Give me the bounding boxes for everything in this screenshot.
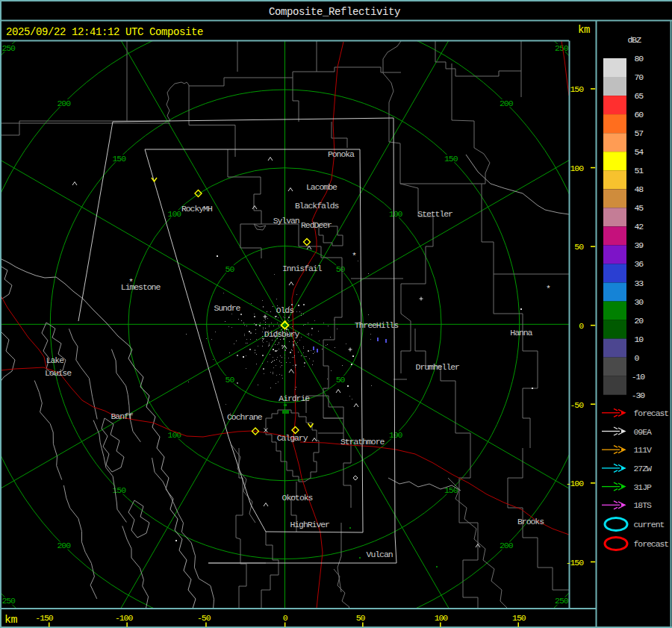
svg-text:51: 51	[635, 166, 644, 175]
svg-text:70: 70	[635, 72, 644, 82]
svg-text:Innisfail: Innisfail	[282, 264, 323, 273]
svg-text:HighRiver: HighRiver	[290, 520, 329, 529]
svg-text:48: 48	[635, 184, 644, 194]
svg-text:10: 10	[635, 335, 644, 344]
svg-text:54: 54	[635, 147, 644, 157]
svg-text:27ZW: 27ZW	[634, 464, 652, 473]
svg-text:250: 250	[555, 596, 569, 606]
svg-text:Drumheller: Drumheller	[416, 362, 459, 372]
svg-text:forecast: forecast	[634, 539, 669, 549]
svg-text:Blackfalds: Blackfalds	[295, 201, 338, 211]
svg-text:150: 150	[512, 613, 526, 623]
svg-text:Olds: Olds	[276, 305, 293, 315]
svg-text:50: 50	[356, 613, 366, 623]
svg-text:km: km	[4, 614, 18, 627]
svg-text:57: 57	[635, 128, 644, 138]
svg-text:ThreeHills: ThreeHills	[355, 320, 398, 330]
svg-text:Brooks: Brooks	[517, 517, 544, 526]
svg-text:100: 100	[570, 164, 585, 173]
svg-text:200: 200	[500, 541, 514, 550]
svg-text:Strathmore: Strathmore	[340, 437, 385, 447]
svg-text:200: 200	[500, 99, 514, 108]
svg-text:Composite_Reflectivity: Composite_Reflectivity	[269, 6, 400, 18]
svg-text:36: 36	[635, 259, 644, 269]
svg-text:250: 250	[1, 43, 16, 53]
svg-text:-30: -30	[632, 391, 646, 400]
svg-text:50: 50	[225, 264, 235, 274]
svg-text:39: 39	[635, 240, 644, 250]
svg-text:200: 200	[57, 99, 72, 108]
svg-text:50: 50	[336, 375, 346, 385]
svg-text:Vulcan: Vulcan	[367, 550, 393, 559]
svg-text:-100: -100	[566, 479, 584, 488]
svg-text:2025/09/22 12:41:12 UTC Compos: 2025/09/22 12:41:12 UTC Composite	[6, 26, 203, 38]
svg-text:RedDeer: RedDeer	[301, 220, 332, 230]
svg-text:42: 42	[635, 222, 644, 231]
svg-text:-100: -100	[115, 613, 133, 623]
svg-text:dBZ: dBZ	[628, 35, 642, 45]
svg-text:100: 100	[389, 209, 403, 219]
svg-text:*: *	[352, 251, 356, 261]
svg-text:-50: -50	[570, 400, 585, 410]
svg-text:30: 30	[635, 297, 644, 307]
svg-text:45: 45	[635, 203, 644, 213]
svg-text:*: *	[546, 284, 550, 293]
svg-text:33: 33	[635, 279, 644, 288]
svg-text:Cochrane: Cochrane	[227, 412, 263, 422]
svg-text:60: 60	[635, 110, 644, 119]
svg-text:Banff: Banff	[111, 411, 134, 421]
svg-text:31JP: 31JP	[634, 482, 652, 492]
svg-text:Lake: Lake	[46, 355, 64, 365]
svg-text:150: 150	[113, 154, 127, 164]
svg-text:Calgary: Calgary	[277, 433, 308, 443]
svg-text:50: 50	[225, 375, 235, 385]
svg-text:Airdrie: Airdrie	[279, 394, 310, 403]
svg-text:Sylvan: Sylvan	[273, 216, 299, 226]
svg-text:-150: -150	[35, 613, 53, 623]
svg-text:250: 250	[1, 596, 16, 606]
svg-text:150: 150	[570, 84, 585, 94]
svg-text:50: 50	[336, 264, 346, 274]
svg-text:18TS: 18TS	[634, 500, 652, 510]
svg-text:Louise: Louise	[45, 368, 72, 378]
svg-text:current: current	[634, 520, 665, 529]
svg-text:km: km	[578, 24, 590, 36]
svg-text:Limestone: Limestone	[121, 282, 161, 292]
svg-text:Ponoka: Ponoka	[328, 149, 355, 159]
svg-text:-10: -10	[632, 372, 646, 382]
svg-text:200: 200	[57, 541, 72, 550]
svg-text:80: 80	[635, 54, 644, 63]
svg-text:100: 100	[168, 209, 182, 219]
svg-text:111V: 111V	[634, 445, 652, 455]
svg-text:20: 20	[635, 316, 644, 326]
svg-text:100: 100	[389, 430, 403, 440]
svg-text:-150: -150	[566, 558, 584, 568]
svg-text:-50: -50	[197, 613, 211, 623]
svg-text:Lacombe: Lacombe	[306, 182, 337, 192]
svg-text:50: 50	[574, 242, 584, 252]
svg-text:Sundre: Sundre	[214, 303, 240, 313]
svg-text:100: 100	[435, 613, 449, 623]
svg-text:Stettler: Stettler	[417, 209, 452, 219]
svg-text:Okotoks: Okotoks	[282, 493, 313, 503]
svg-text:09EA: 09EA	[634, 427, 652, 437]
svg-text:65: 65	[635, 91, 644, 101]
svg-text:Hanna: Hanna	[510, 328, 532, 338]
svg-text:150: 150	[444, 154, 458, 164]
svg-text:RockyMH: RockyMH	[181, 204, 212, 214]
svg-text:Didsbury: Didsbury	[264, 329, 300, 339]
svg-text:forecast: forecast	[634, 408, 669, 418]
